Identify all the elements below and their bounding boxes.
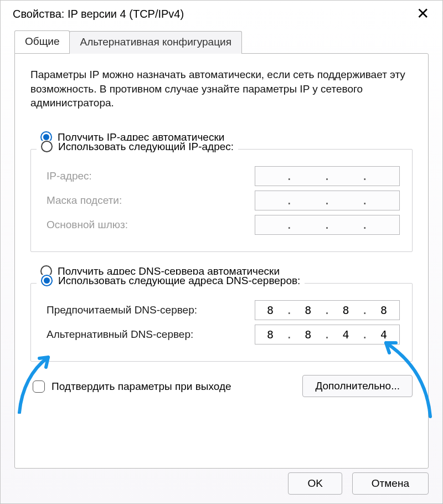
- radio-dns-manual[interactable]: Использовать следующие адреса DNS-сервер…: [37, 275, 305, 287]
- tab-strip: Общие Альтернативная конфигурация: [14, 30, 429, 53]
- input-gateway: ...: [255, 215, 400, 235]
- input-preferred-dns[interactable]: 8. 8. 8. 8: [255, 300, 400, 320]
- input-subnet-mask: ...: [255, 191, 400, 210]
- cancel-button[interactable]: Отмена: [352, 472, 429, 495]
- tab-general[interactable]: Общие: [14, 30, 70, 53]
- radio-dns-manual-label: Использовать следующие адреса DNS-сервер…: [58, 275, 300, 287]
- radio-ip-manual-label: Использовать следующий IP-адрес:: [58, 141, 234, 153]
- label-gateway: Основной шлюз:: [47, 219, 128, 231]
- window-title: Свойства: IP версии 4 (TCP/IPv4): [13, 8, 184, 20]
- ok-button[interactable]: OK: [288, 472, 342, 495]
- tab-alt-config[interactable]: Альтернативная конфигурация: [69, 31, 241, 54]
- tab-content: Параметры IP можно назначать автоматичес…: [14, 53, 429, 469]
- input-alternate-dns[interactable]: 8. 8. 4. 4: [255, 325, 400, 344]
- group-dns-manual: Использовать следующие адреса DNS-сервер…: [30, 283, 413, 362]
- input-ip-address: ...: [255, 166, 400, 186]
- description-text: Параметры IP можно назначать автоматичес…: [30, 68, 413, 110]
- group-ip-manual: Использовать следующий IP-адрес: IP-адре…: [30, 149, 413, 252]
- close-icon[interactable]: ✕: [413, 6, 432, 22]
- checkbox-validate-on-exit[interactable]: Подтвердить параметры при выходе: [33, 380, 231, 393]
- label-ip-address: IP-адрес:: [47, 170, 92, 182]
- dialog-body: Общие Альтернативная конфигурация Параме…: [14, 30, 429, 469]
- dialog-buttons: OK Отмена: [288, 472, 429, 495]
- label-subnet-mask: Маска подсети:: [47, 194, 122, 207]
- titlebar: Свойства: IP версии 4 (TCP/IPv4) ✕: [1, 1, 442, 25]
- label-preferred-dns: Предпочитаемый DNS-сервер:: [47, 304, 197, 316]
- advanced-button[interactable]: Дополнительно...: [302, 375, 413, 397]
- label-alternate-dns: Альтернативный DNS-сервер:: [47, 328, 193, 341]
- properties-dialog: Свойства: IP версии 4 (TCP/IPv4) ✕ Общие…: [0, 0, 443, 504]
- radio-ip-manual[interactable]: Использовать следующий IP-адрес:: [37, 141, 238, 153]
- checkbox-validate-label: Подтвердить параметры при выходе: [51, 380, 231, 393]
